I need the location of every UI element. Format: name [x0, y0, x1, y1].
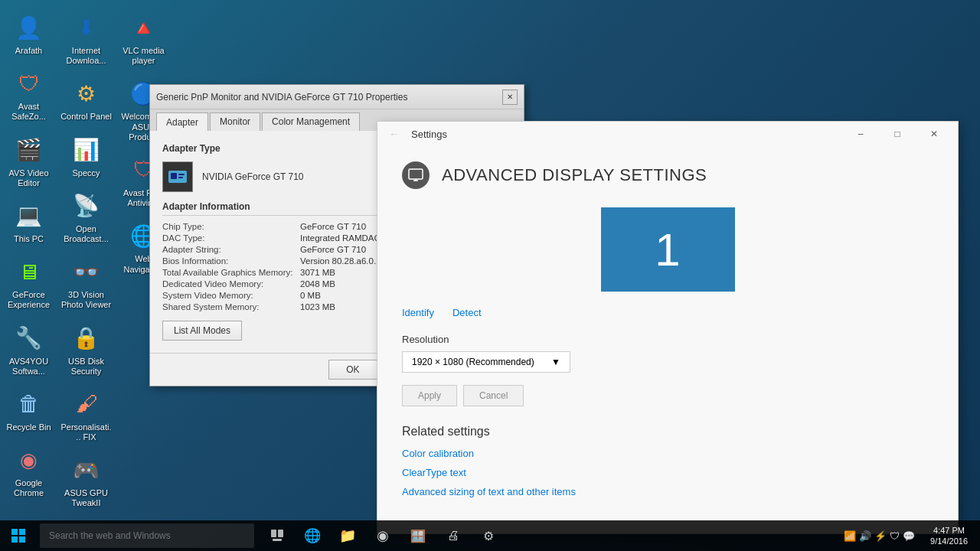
desktop-icon-thispc[interactable]: 💻 This PC	[0, 194, 57, 250]
settings-title-left: ← Settings	[384, 123, 447, 145]
svg-rect-4	[409, 169, 423, 179]
notification-icon[interactable]: 💬	[903, 530, 915, 542]
desktop-icon-speccy[interactable]: 📊 Speccy	[57, 129, 115, 184]
chrome-label: Google Chrome	[3, 478, 54, 498]
settings-back-btn[interactable]: ←	[384, 123, 405, 145]
adapter-name-text: NVIDIA GeForce GT 710	[202, 171, 304, 182]
svg-rect-2	[178, 174, 185, 175]
settings-titlebar: ← Settings – □ ✕	[377, 122, 958, 146]
resolution-dropdown[interactable]: 1920 × 1080 (Recommended) ▼	[402, 351, 570, 373]
settings-win-controls: – □ ✕	[843, 122, 952, 146]
system-video-label: System Video Memory:	[162, 291, 300, 300]
settings-content: ADVANCED DISPLAY SETTINGS 1 Identify Det…	[377, 146, 958, 533]
desktop: 👤 Arafath 🛡 Avast SafeZo... 🎬 AVS Video …	[0, 0, 980, 551]
obs-icon: 📡	[71, 191, 102, 221]
resolution-label: Resolution	[402, 334, 933, 345]
desktop-icon-geforce[interactable]: 🖥 GeForce Experience	[0, 250, 57, 316]
chrome-icon: ◉	[14, 445, 44, 475]
taskbar-print-icon[interactable]: 🖨	[436, 520, 470, 551]
adapter-string-label: Adapter String:	[162, 245, 300, 254]
settings-minimize-btn[interactable]: –	[843, 122, 878, 146]
task-view-svg	[271, 530, 283, 542]
speccy-icon: 📊	[71, 135, 102, 165]
taskbar-chrome-icon[interactable]: ◉	[366, 520, 400, 551]
display-svg-icon	[408, 168, 423, 183]
settings-display-icon	[402, 161, 430, 189]
advanced-sizing-link[interactable]: Advanced sizing of text and other items	[402, 486, 933, 497]
svg-rect-10	[19, 536, 25, 543]
taskbar-task-view-icon[interactable]	[260, 520, 294, 551]
desktop-icon-vlc[interactable]: 🔺 VLC media player	[115, 6, 172, 72]
desktop-icon-internet-dl[interactable]: ⬇ Internet Downloa...	[57, 6, 115, 72]
color-calibration-link[interactable]: Color calibration	[402, 448, 933, 459]
usb-icon: 🔒	[71, 323, 102, 354]
cleartype-link[interactable]: ClearType text	[402, 467, 933, 478]
power-icon[interactable]: ⚡	[874, 530, 887, 542]
desktop-icon-arafath[interactable]: 👤 Arafath	[0, 6, 57, 62]
dac-type-label: DAC Type:	[162, 233, 300, 243]
settings-close-btn[interactable]: ✕	[916, 122, 952, 146]
list-all-modes-button[interactable]: List All Modes	[162, 321, 242, 341]
desktop-icon-3dvision[interactable]: 👓 3D Vision Photo Viewer	[57, 250, 115, 316]
desktop-icon-asus-gpu[interactable]: 🎮 ASUS GPU TweakII	[57, 448, 115, 514]
adapter-string-value: GeForce GT 710	[300, 245, 366, 254]
network-icon[interactable]: 📶	[844, 530, 856, 542]
internet-dl-icon: ⬇	[71, 12, 102, 43]
identify-link[interactable]: Identify	[402, 307, 434, 318]
desktop-icon-personalise[interactable]: 🖌 Personalisati... FIX	[57, 383, 115, 448]
desktop-icon-obs[interactable]: 📡 Open Broadcast...	[57, 184, 115, 250]
settings-window: ← Settings – □ ✕ ADVANCED DISPLAY SETTIN…	[377, 121, 959, 534]
taskbar-pinned-icons: 🌐 📁 ◉ 🪟 🖨 ⚙	[260, 520, 505, 551]
cancel-resolution-btn[interactable]: Cancel	[463, 385, 524, 406]
geforce-label: GeForce Experience	[3, 290, 54, 310]
apply-resolution-btn[interactable]: Apply	[402, 385, 457, 406]
chip-type-value: GeForce GT 710	[300, 222, 366, 231]
start-button[interactable]	[0, 520, 37, 551]
desktop-icon-chrome[interactable]: ◉ Google Chrome	[0, 439, 57, 504]
avs-label: AVS Video Editor	[3, 168, 54, 188]
avast-icon: 🛡	[14, 68, 44, 99]
total-mem-label: Total Available Graphics Memory:	[162, 268, 300, 277]
settings-window-title: Settings	[411, 129, 447, 140]
ok-button[interactable]: OK	[328, 360, 377, 380]
thispc-icon: 💻	[14, 201, 44, 231]
taskbar-settings-icon[interactable]: ⚙	[472, 520, 505, 551]
desktop-icon-usb[interactable]: 🔒 USB Disk Security	[57, 317, 115, 383]
vlc-icon: 🔺	[129, 12, 159, 43]
taskbar-time: 4:47 PM	[930, 525, 968, 536]
avs-icon: 🎬	[14, 135, 44, 165]
tab-monitor[interactable]: Monitor	[210, 112, 260, 131]
adapter-gpu-icon	[162, 161, 193, 192]
internet-dl-label: Internet Downloa...	[60, 46, 112, 66]
asus-gpu-icon: 🎮	[71, 455, 102, 485]
tab-adapter[interactable]: Adapter	[156, 112, 208, 131]
control-panel-label: Control Panel	[60, 112, 112, 122]
bios-value: Version 80.28.a6.0.1	[300, 256, 381, 266]
dialog-window-controls: ✕	[502, 90, 518, 105]
arafath-label: Arafath	[15, 46, 42, 56]
taskbar-win-icon[interactable]: 🪟	[401, 520, 435, 551]
personalise-label: Personalisati... FIX	[60, 422, 112, 442]
volume-icon[interactable]: 🔊	[859, 530, 871, 542]
settings-maximize-btn[interactable]: □	[880, 122, 915, 146]
desktop-icon-control[interactable]: ⚙ Control Panel	[57, 72, 115, 128]
taskbar-edge-icon[interactable]: 🌐	[296, 520, 329, 551]
desktop-icon-avast[interactable]: 🛡 Avast SafeZo...	[0, 62, 57, 128]
detect-link[interactable]: Detect	[452, 307, 482, 318]
desktop-icon-avs[interactable]: 🎬 AVS Video Editor	[0, 129, 57, 194]
thispc-label: This PC	[14, 234, 44, 244]
properties-titlebar: Generic PnP Monitor and NVIDIA GeForce G…	[150, 85, 524, 109]
dialog-close-btn[interactable]: ✕	[502, 90, 518, 105]
svg-rect-8	[19, 529, 25, 535]
taskbar-clock[interactable]: 4:47 PM 9/14/2016	[924, 525, 974, 547]
antivirus-tray-icon[interactable]: 🛡	[890, 530, 900, 542]
desktop-icon-avs4you[interactable]: 🔧 AVS4YOU Softwa...	[0, 317, 57, 383]
desktop-icon-recycle[interactable]: 🗑 Recycle Bin	[0, 383, 57, 439]
taskbar-explorer-icon[interactable]: 📁	[331, 520, 364, 551]
related-settings-title: Related settings	[402, 425, 933, 439]
3dvision-label: 3D Vision Photo Viewer	[60, 290, 112, 310]
taskbar-search-input[interactable]	[40, 523, 254, 548]
taskbar: 🌐 📁 ◉ 🪟 🖨 ⚙ 📶 🔊 ⚡ 🛡 💬 4:47 PM 9/14/2016	[0, 520, 980, 551]
tab-color-management[interactable]: Color Management	[262, 112, 360, 131]
windows-logo-icon	[11, 529, 25, 543]
